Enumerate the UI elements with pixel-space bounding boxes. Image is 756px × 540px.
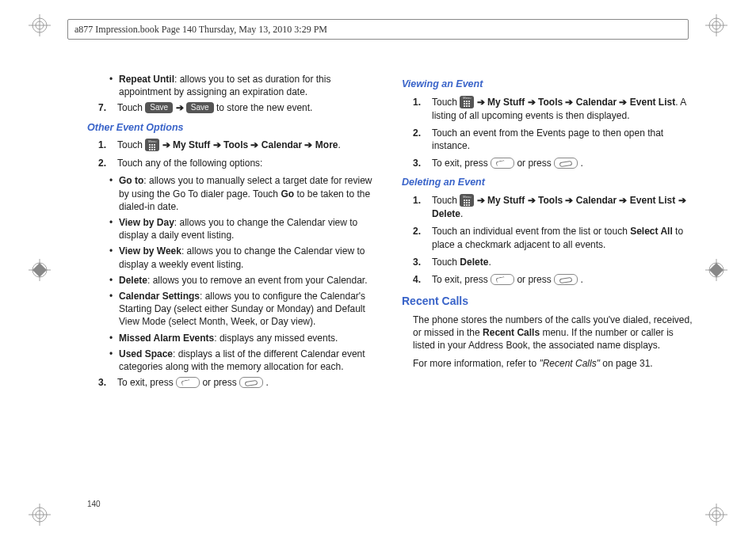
text: Touch [432, 195, 460, 206]
reference: "Recent Calls" [539, 358, 600, 369]
label: Delete [460, 257, 488, 268]
text: Touch [117, 139, 145, 150]
left-column: • Repeat Until: allows you to set as dur… [87, 71, 378, 500]
text: : allows you to remove an event from you… [147, 275, 367, 286]
nav-path: ➔ My Stuff ➔ Tools ➔ Calendar ➔ Event Li… [477, 97, 675, 108]
back-key-icon [491, 158, 514, 169]
bullet-icon: • [109, 245, 119, 270]
crop-mark-icon [29, 14, 51, 36]
label: Recent Calls [483, 327, 540, 338]
bullet-goto: • Go to: allows you to manually select a… [109, 174, 378, 213]
del-step-3: 3. Touch Delete. [413, 256, 693, 268]
crop-mark-icon [705, 14, 727, 36]
label: Go [281, 188, 294, 200]
text: . [338, 139, 341, 150]
text: or press [517, 274, 554, 285]
step-number: 3. [413, 157, 432, 169]
del-step-2: 2. Touch an individual event from the li… [413, 225, 693, 250]
step-number: 3. [98, 376, 117, 389]
step-number: 4. [413, 273, 432, 286]
text: Touch any of the following options: [117, 157, 378, 169]
label: View by Week [119, 245, 181, 257]
nav-path: ➔ My Stuff ➔ Tools ➔ Calendar ➔ More [162, 139, 338, 150]
other-step-1: 1. Touch Menu ➔ My Stuff ➔ Tools ➔ Calen… [98, 139, 378, 152]
step-number: 1. [98, 139, 117, 152]
label: Go to [119, 175, 143, 186]
label: Used Space [119, 348, 173, 359]
right-column: Viewing an Event 1. Touch Menu ➔ My Stuf… [402, 71, 693, 500]
text: : displays any missed events. [214, 333, 338, 344]
del-step-1: 1. Touch Menu ➔ My Stuff ➔ Tools ➔ Calen… [413, 194, 693, 220]
menu-button-icon: Menu [460, 96, 474, 108]
page-number: 140 [87, 500, 101, 508]
text: For more information, refer to [413, 358, 539, 369]
del-step-4: 4. To exit, press or press . [413, 273, 693, 286]
text: to store the new event. [216, 102, 312, 113]
arrow-icon: ➔ [176, 102, 186, 113]
recent-calls-para-2: For more information, refer to "Recent C… [413, 357, 693, 370]
end-key-icon [239, 377, 263, 388]
bullet-view-by-week: • View by Week: allows you to change the… [109, 245, 378, 270]
bullet-icon: • [109, 290, 119, 329]
bullet-icon: • [109, 174, 119, 213]
crop-mark-icon [705, 259, 727, 281]
step-number: 2. [413, 225, 432, 250]
text: . [580, 158, 582, 169]
step-number: 7. [98, 101, 117, 114]
header-text: a877 Impression.book Page 140 Thursday, … [74, 24, 327, 36]
step-number: 2. [413, 127, 432, 152]
label: Repeat Until [119, 74, 174, 85]
label: Missed Alarm Events [119, 333, 214, 344]
text: . [580, 274, 582, 285]
step-7: 7. Touch Save ➔ Save to store the new ev… [98, 101, 378, 114]
menu-button-icon: Menu [145, 139, 159, 151]
text: Touch [432, 97, 460, 108]
bullet-used-space: • Used Space: displays a list of the dif… [109, 348, 378, 373]
text: To exit, press [432, 274, 491, 285]
text: . [265, 377, 268, 388]
crop-mark-icon [29, 504, 51, 526]
text: To exit, press [117, 377, 176, 388]
bullet-calendar-settings: • Calendar Settings: allows you to confi… [109, 290, 378, 329]
heading-other-event-options: Other Event Options [87, 121, 378, 135]
view-step-1: 1. Touch Menu ➔ My Stuff ➔ Tools ➔ Calen… [413, 96, 693, 122]
crop-mark-icon [29, 259, 51, 281]
back-key-icon [491, 274, 514, 285]
bullet-icon: • [109, 348, 119, 373]
other-step-2: 2. Touch any of the following options: [98, 157, 378, 169]
crop-mark-icon [705, 504, 727, 526]
label: View by Day [119, 217, 174, 228]
label: Select All [630, 226, 673, 237]
bullet-icon: • [109, 216, 119, 241]
step-number: 3. [413, 256, 432, 268]
step-number: 1. [413, 96, 432, 122]
text: Touch an individual event from the list … [432, 226, 630, 237]
text: Touch [117, 102, 145, 113]
heading-viewing-event: Viewing an Event [402, 78, 693, 91]
text: or press [517, 158, 554, 169]
other-step-3: 3. To exit, press or press . [98, 376, 378, 389]
bullet-view-by-day: • View by Day: allows you to change the … [109, 216, 378, 241]
bullet-icon: • [109, 332, 119, 344]
end-key-icon [554, 158, 578, 169]
text: Touch [432, 257, 460, 268]
page-header: a877 Impression.book Page 140 Thursday, … [67, 19, 689, 40]
menu-button-icon: Menu [460, 194, 474, 207]
view-step-3: 3. To exit, press or press . [413, 157, 693, 169]
step-number: 1. [413, 194, 432, 220]
bullet-delete: • Delete: allows you to remove an event … [109, 274, 378, 287]
end-key-icon [554, 274, 578, 285]
text: or press [202, 377, 239, 388]
text: . [488, 257, 491, 268]
label: Delete [119, 275, 147, 286]
step-number: 2. [98, 157, 117, 169]
bullet-icon: • [109, 73, 119, 98]
back-key-icon [176, 377, 200, 388]
text: To exit, press [432, 158, 491, 169]
save-button-icon: Save [145, 102, 173, 113]
save-button-icon: Save [186, 102, 214, 113]
bullet-icon: • [109, 274, 119, 287]
bullet-missed-alarm: • Missed Alarm Events: displays any miss… [109, 332, 378, 344]
bullet-repeat-until: • Repeat Until: allows you to set as dur… [109, 73, 378, 98]
text: on page 31. [600, 358, 653, 369]
